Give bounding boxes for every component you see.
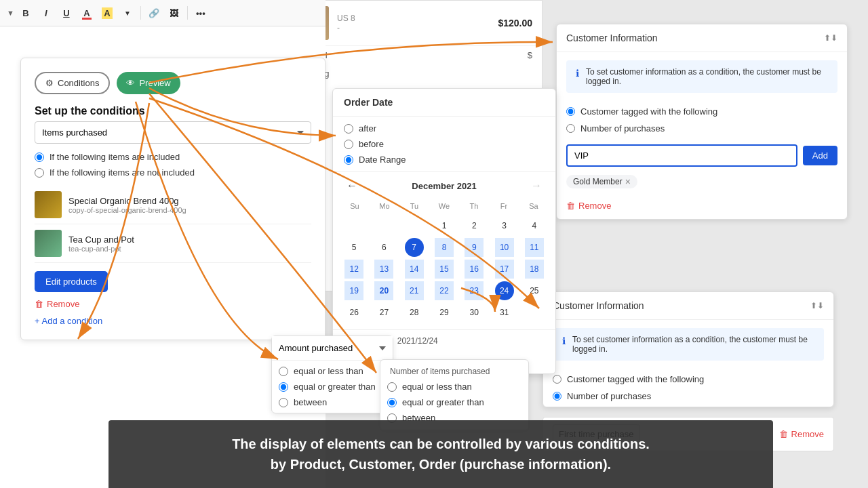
radio-tagged-input-bottom[interactable]: [553, 375, 561, 384]
cal-next-button[interactable]: →: [528, 178, 545, 194]
eye-icon: 👁: [126, 78, 135, 88]
customer-panel-bottom-header[interactable]: Customer Information ⬆⬇: [543, 292, 833, 320]
conditions-button[interactable]: ⚙ Conditions: [35, 72, 110, 94]
edit-products-button[interactable]: Edit products: [35, 271, 108, 292]
cal-day-30[interactable]: 30: [465, 303, 484, 322]
chevron-down-icon-top: ⬆⬇: [824, 33, 837, 43]
tag-input-field-top[interactable]: [566, 144, 797, 167]
cal-day-9[interactable]: 9: [465, 238, 484, 257]
conditions-title: Set up the conditions: [35, 105, 311, 117]
radio-purchases-label-top[interactable]: Number of purchases: [566, 123, 837, 134]
amount-greater-input[interactable]: [279, 382, 288, 392]
radio-include-label[interactable]: If the following items are included: [35, 152, 311, 162]
customer-panel-top-header[interactable]: Customer Information ⬆⬇: [557, 24, 847, 52]
cal-day-20[interactable]: 20: [374, 281, 393, 300]
cal-day-29[interactable]: 29: [435, 303, 454, 322]
italic-button[interactable]: I: [37, 4, 55, 22]
cal-day-1[interactable]: 1: [435, 216, 454, 235]
radio-before-input[interactable]: [344, 140, 353, 149]
num-items-options: equal or less than equal or greater than…: [387, 382, 521, 423]
cal-header-tu: Tu: [399, 199, 429, 213]
cal-day-25[interactable]: 25: [525, 281, 544, 300]
add-condition-button[interactable]: + Add a condition: [35, 316, 102, 326]
condition-type-select[interactable]: Items purchased: [35, 121, 311, 144]
preview-button[interactable]: 👁 Preview: [117, 72, 180, 94]
num-less-input[interactable]: [387, 382, 397, 392]
underline-button[interactable]: U: [58, 4, 75, 22]
cal-day-17[interactable]: 17: [495, 260, 514, 279]
num-greater-input[interactable]: [387, 398, 397, 407]
conditions-scroll[interactable]: Items purchased If the following items a…: [35, 121, 311, 326]
cal-day-14[interactable]: 14: [405, 260, 424, 279]
amount-greater-label[interactable]: equal or greater than: [279, 382, 386, 392]
cal-body: 1 2 3 4 5 6 7 8 9 10 11 12 13 14 15 16 1…: [340, 216, 549, 323]
radio-tagged-label-top[interactable]: Customer tagged with the following: [566, 106, 837, 117]
radio-after-label[interactable]: after: [344, 123, 545, 134]
more-button[interactable]: •••: [192, 4, 210, 22]
radio-purchases-input-bottom[interactable]: [553, 392, 561, 401]
remove-customer-panel-top-button[interactable]: 🗑 Remove: [566, 201, 611, 211]
cal-day-4[interactable]: 4: [525, 216, 544, 235]
cal-day-3[interactable]: 3: [495, 216, 514, 235]
cal-day-19[interactable]: 19: [344, 281, 363, 300]
toolbar-divider-2: [187, 6, 188, 20]
amount-select[interactable]: Amount purchased: [272, 336, 393, 361]
cal-day-24[interactable]: 24: [495, 281, 514, 300]
radio-exclude-input[interactable]: [35, 168, 44, 178]
amount-between-label[interactable]: between: [279, 397, 386, 407]
cal-day-16[interactable]: 16: [465, 260, 484, 279]
amount-less-label[interactable]: equal or less than: [279, 366, 386, 376]
cal-day-12[interactable]: 12: [344, 260, 363, 279]
radio-date-range-input[interactable]: [344, 155, 353, 165]
cal-day-11[interactable]: 11: [525, 238, 544, 257]
cal-day-5[interactable]: 5: [344, 238, 363, 257]
tag-gold-member-remove[interactable]: ×: [625, 177, 631, 186]
remove-bottom-extra-button[interactable]: 🗑 Remove: [779, 429, 824, 439]
cal-day-23[interactable]: 23: [465, 281, 484, 300]
radio-before-label[interactable]: before: [344, 139, 545, 149]
highlight-button[interactable]: A: [98, 4, 116, 22]
num-less-label[interactable]: equal or less than: [387, 382, 521, 392]
text-color-button[interactable]: A: [78, 4, 96, 22]
cal-day-18[interactable]: 18: [525, 260, 544, 279]
radio-tagged-input-top[interactable]: [566, 107, 575, 116]
chevron-down-button[interactable]: ▼: [119, 4, 136, 22]
cal-day-26[interactable]: 26: [344, 303, 363, 322]
add-tag-button-top[interactable]: Add: [803, 146, 837, 165]
cal-day-22[interactable]: 22: [435, 281, 454, 300]
cal-day-empty: [344, 216, 363, 235]
info-icon-bottom: ℹ: [562, 336, 566, 346]
cal-day-2[interactable]: 2: [465, 216, 484, 235]
cal-prev-button[interactable]: ←: [344, 178, 360, 194]
cal-day-21[interactable]: 21: [405, 281, 424, 300]
cal-day-31[interactable]: 31: [495, 303, 514, 322]
cal-day-6[interactable]: 6: [374, 238, 393, 257]
chevron-icon: ▼: [7, 9, 14, 17]
radio-after-input[interactable]: [344, 124, 353, 134]
radio-purchases-input-top[interactable]: [566, 124, 575, 133]
amount-less-input[interactable]: [279, 367, 288, 376]
remove-condition-button[interactable]: 🗑 Remove: [35, 299, 79, 309]
radio-exclude-label[interactable]: If the following items are not included: [35, 167, 311, 178]
image-button[interactable]: 🖼: [165, 4, 183, 22]
product-sku-1: copy-of-special-organic-brend-400g: [68, 206, 186, 214]
cal-day-8[interactable]: 8: [435, 238, 454, 257]
cal-day-28[interactable]: 28: [405, 303, 424, 322]
conditions-panel: ⚙ Conditions 👁 Preview Set up the condit…: [20, 58, 326, 340]
radio-tagged-text-bottom: Customer tagged with the following: [567, 374, 704, 384]
num-greater-label[interactable]: equal or greater than: [387, 397, 521, 407]
cal-day-15[interactable]: 15: [435, 260, 454, 279]
radio-date-range-label[interactable]: Date Range: [344, 155, 545, 165]
radio-purchases-label-bottom[interactable]: Number of purchases: [553, 391, 824, 401]
cal-day-13[interactable]: 13: [374, 260, 393, 279]
cal-day-10[interactable]: 10: [495, 238, 514, 257]
link-button[interactable]: 🔗: [145, 4, 163, 22]
cal-day-7[interactable]: 7: [405, 238, 424, 257]
trash-icon-cust-top: 🗑: [566, 201, 575, 211]
radio-tagged-label-bottom[interactable]: Customer tagged with the following: [553, 374, 824, 384]
radio-include-text: If the following items are included: [50, 152, 180, 162]
bold-button[interactable]: B: [17, 4, 35, 22]
cal-day-27[interactable]: 27: [374, 303, 393, 322]
radio-include-input[interactable]: [35, 152, 44, 162]
amount-between-input[interactable]: [279, 398, 288, 407]
